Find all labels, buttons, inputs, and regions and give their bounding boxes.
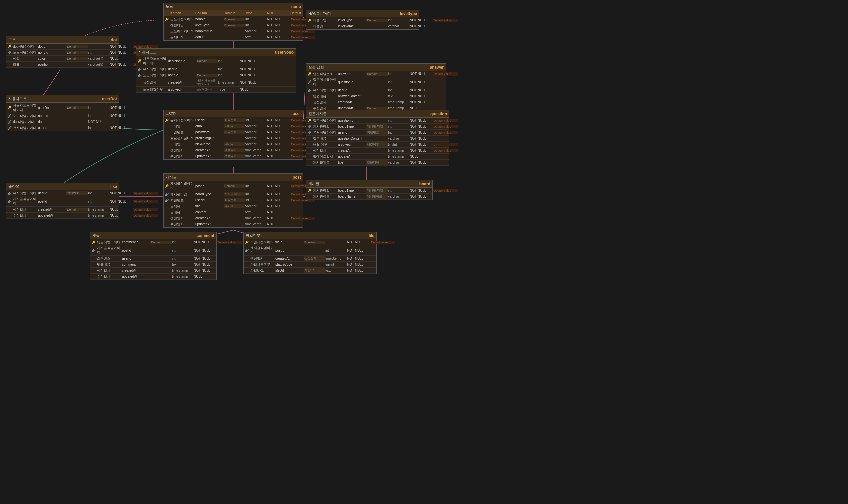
table-user-dot-header: 사용자도트 userDot — [6, 95, 119, 103]
table-row: 노노이미지URLnonoImgUrlvarcharNOT NULLDefault… — [164, 28, 303, 34]
table-dot-header: 도트 dot — [6, 36, 119, 44]
table-row: 🔑유저식별아이디userId회원번호IntNOT NULLDefault val… — [164, 117, 303, 123]
table-comment: 댓글 comment 🔑댓글식별아이디commentIdDomainintNOT… — [90, 232, 217, 280]
table-row: 🔗유저식별아이디userId회원번호IntNOT NULLDefault val… — [6, 190, 119, 196]
table-post-en: post — [293, 175, 301, 180]
table-dot: 도트 dot 🔑dot식별아이디dotIdDomainNOT NULLDefau… — [6, 36, 119, 68]
table-row: 파일URLfileUrl파일URLtextNOT NULL — [243, 268, 376, 274]
table-row: 회원번호userIdintNOT NULL — [90, 256, 216, 262]
table-file-header: 파일첨부 file — [243, 232, 376, 239]
table-row: 생성일시createdAt생성일자timeStempNOT NULL — [243, 256, 376, 262]
table-row: 🔗노노식별아이디nonoIdintNOT NULL — [6, 113, 119, 119]
table-row: 생성일시createdAttimeStampNULLDefault value — [164, 215, 303, 221]
table-row: 비밀번호password비밀번호varcharNOT NULLDefault v… — [164, 129, 303, 135]
table-row: 게시판이름boardName게시판이름varcharNOT NULL — [306, 194, 432, 200]
table-comment-en: comment — [197, 233, 214, 238]
table-row: 🔗유저식별아이디userId회원번호IntNOT NULLDefault val… — [306, 130, 449, 136]
table-row: 🔗게시판타입boardType게시판 타입intNOT NULLDefault … — [306, 124, 449, 130]
table-row: 🔑게시판타입boardType게시판 타입intNOT NULLDefault … — [306, 188, 432, 194]
table-answer: 질문 답변 answer 🔑답변식별번호answerIdDomainintNOT… — [306, 63, 446, 112]
table-row: 파일사용유무statusCodetinyintNOT NULL — [243, 262, 376, 268]
table-nono-col-header: KoreanColumnDomainTypeNullDefault — [164, 10, 303, 16]
table-answer-kr: 질문 답변 — [308, 65, 324, 70]
table-answer-header: 질문 답변 answer — [306, 64, 446, 71]
table-row: 질문내용questionContentvarcharNOT NULL — [306, 136, 449, 142]
table-row: 🔗질문게시글아이디questionIdintNOT NULL — [306, 77, 446, 87]
table-user-dot-kr: 사용자도트 — [8, 96, 27, 101]
table-row: 수정일시updatedAttimeStampNULL — [164, 221, 303, 227]
svg-line-4 — [303, 90, 305, 120]
table-answer-en: answer — [430, 65, 444, 70]
table-dot-en: dot — [111, 38, 117, 42]
table-row: 문제URLdotUrltextNOT NULLDefault value — [164, 34, 303, 40]
table-user-dot: 사용자도트 userDot 🔑사용자도트식별아이디userDotIdDomain… — [6, 95, 119, 131]
table-row: 🔗유저식별아이디userIdIntNOT NULL — [306, 87, 446, 93]
table-nono-header: 노노 nono — [164, 3, 303, 10]
table-board-kr: 게시판 — [308, 181, 319, 186]
table-like: 좋아요 like 🔗유저식별아이디userId회원번호IntNOT NULLDe… — [6, 183, 119, 219]
table-row: 노노해결여부isSolved노노해결여부TypeNULL — [136, 87, 296, 93]
table-comment-header: 댓글 comment — [90, 232, 216, 239]
table-nono: 노노 nono KoreanColumnDomainTypeNullDefaul… — [163, 3, 303, 41]
svg-line-12 — [43, 70, 60, 95]
table-user: USER user 🔑유저식별아이디userId회원번호IntNOT NULLD… — [163, 110, 303, 160]
table-row: 답변내용answerContenttextNOT NULL — [306, 93, 446, 99]
table-post-kr: 게시글 — [166, 175, 177, 180]
table-row: 🔑노노식별아이디nonoIdDomainintNOT NULLDefault v… — [164, 16, 303, 22]
table-row: 🔑답변식별번호answerIdDomainintNOT NULLDefault … — [306, 71, 446, 77]
table-board-header: 게시판 board — [306, 180, 432, 188]
table-user-nono-kr: 사용자노노 — [138, 50, 157, 55]
table-comment-kr: 댓글 — [92, 233, 100, 238]
table-question-en: question — [430, 112, 447, 116]
table-row: 🔑사용자도트식별아이디userDotIdDomainintNOT NULL — [6, 103, 119, 113]
table-row: 수정일시updatedAttimeStampNULL — [90, 274, 216, 280]
table-board-en: board — [419, 182, 430, 186]
table-row: 🔑질문식별아이디questionIdintNOT NULLDefault val… — [306, 118, 449, 124]
table-row: 업데이트일시updateAttimeStampNULL — [306, 154, 449, 160]
erd-canvas: 노노 nono KoreanColumnDomainTypeNullDefaul… — [0, 0, 424, 300]
table-row: 생성일시createdAttimeStampNOT NULL — [306, 99, 446, 105]
table-nono-en: nono — [291, 4, 301, 9]
table-row: 레벨타입levelTypeDomainintNOT NULLDefault va… — [164, 22, 303, 28]
table-nono-kr: 노노 — [166, 4, 173, 9]
table-user-nono-header: 사용자노노 userNono — [136, 49, 296, 56]
table-row: 🔑파일식별아이디fileIdDomainNOT NULLDefault valu… — [243, 239, 376, 245]
table-row: 🔗게시판타입boardType게시판 타입intNOT NULLDefault … — [164, 191, 303, 197]
table-dot-kr: 도트 — [8, 37, 16, 42]
table-row: 🔑댓글식별아이디commentIdDomainintNOT NULLDefaul… — [90, 239, 216, 245]
table-user-en: user — [293, 111, 301, 116]
table-like-kr: 좋아요 — [8, 184, 19, 189]
table-nono-level-en: leveltype — [400, 11, 417, 16]
table-user-nono: 사용자노노 userNono 🔑사용자노노식별아이디userNonoIdDoma… — [136, 48, 296, 93]
table-file-en: file — [369, 233, 374, 238]
table-row: 🔗유저식별아이디userIdIntNOT NULL — [6, 125, 119, 131]
table-like-en: like — [110, 184, 117, 189]
table-row: 🔗게시글식별아이디postIdintNOT NULLDefault value — [6, 196, 119, 207]
table-row: 레벨명levelNamevarcharNOT NULL — [306, 23, 419, 29]
table-row: 🔗노노식별아이디nonoIdDomainintNOT NULL — [136, 72, 296, 78]
table-row: 해결 여부isSolved해결여부tinyIntNOT NULL0 — [306, 142, 449, 148]
table-row: 수정일시updatedAttimeStampNULLDefault value — [6, 213, 119, 219]
table-row: 🔗게시글식별아이디postIdintNOT NULL — [243, 245, 376, 256]
table-row: 이메일email이메일varcharNOT NULLDefault value — [164, 123, 303, 129]
table-user-dot-en: userDot — [102, 97, 117, 101]
table-user-nono-en: userNono — [275, 50, 294, 55]
table-row: 프로필사진URLprofileImgUrlvarcharNOT NULLDefa… — [164, 135, 303, 141]
table-row: 🔗dot식별아이디dotIdNOT NULL — [6, 119, 119, 125]
table-row: 글제목title글제목varcharNOT NULL — [164, 203, 303, 209]
table-row: 🔗회원번호userId회원번호IntNOT NULLDefault value — [164, 197, 303, 203]
table-row: 생성일시createdAt생성일시timeStampNOT NULLDefaul… — [164, 147, 303, 153]
table-row: 생성일시createAttimeStampNOT NULLDefault val… — [306, 148, 449, 154]
table-row: 🔗유저식별아이디userIdIntNOT NULL — [136, 66, 296, 72]
table-row: 좌표positionvarchar(5)NOT NULLDefault valu… — [6, 62, 119, 68]
table-post-header: 게시글 post — [164, 174, 303, 181]
table-question: 질문게시글 question 🔑질문식별아이디questionIdintNOT … — [306, 110, 449, 166]
table-row: 🔑게시글식별아이디postIdDomainintNOT NULLDefault … — [164, 181, 303, 191]
table-row: 색깔colorDomainvarchar(7)NULL — [6, 56, 119, 62]
table-row: 🔗노노식별아이디nonoIdDomainintNOT NULLDefault v… — [6, 50, 119, 56]
table-row: 생성일시createdAttimeStampNOT NULL — [90, 268, 216, 274]
table-file: 파일첨부 file 🔑파일식별아이디fileIdDomainNOT NULLDe… — [243, 232, 377, 274]
table-question-kr: 질문게시글 — [308, 111, 327, 116]
table-nono-level-header: NONO LEVEL leveltype — [306, 10, 419, 17]
table-board: 게시판 board 🔑게시판타입boardType게시판 타입intNOT NU… — [306, 180, 433, 200]
